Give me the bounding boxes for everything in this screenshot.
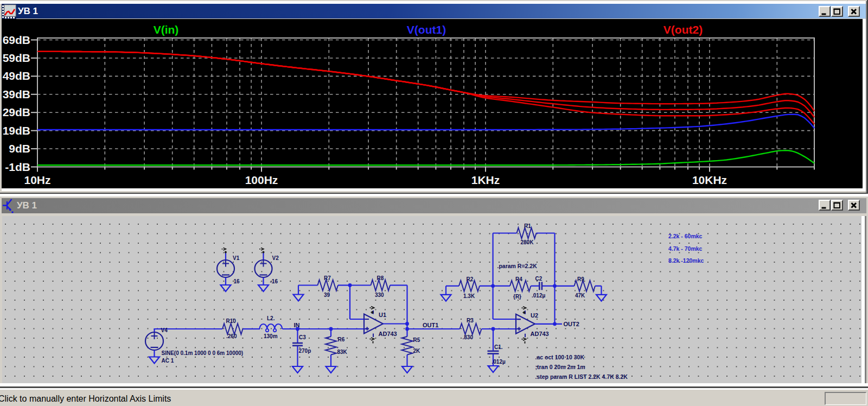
svg-text:270p: 270p <box>299 347 311 353</box>
svg-text:8.2k -120mkc: 8.2k -120mkc <box>668 257 704 264</box>
svg-text:R4: R4 <box>515 276 522 282</box>
svg-text:9dB: 9dB <box>9 142 30 155</box>
svg-text:OUT2: OUT2 <box>564 321 579 327</box>
svg-text:10Hz: 10Hz <box>24 174 50 186</box>
svg-text:.ac oct 100 10 30K: .ac oct 100 10 30K <box>535 354 585 360</box>
svg-text:47K: 47K <box>575 293 585 299</box>
svg-text:V(out2): V(out2) <box>663 23 703 36</box>
svg-text:83K: 83K <box>337 348 348 354</box>
svg-text:R10: R10 <box>226 318 237 323</box>
svg-text:.012µ: .012µ <box>532 293 545 299</box>
svg-text:V2: V2 <box>272 255 279 261</box>
svg-text:19dB: 19dB <box>3 124 30 137</box>
svg-text:1.3K: 1.3K <box>463 293 475 299</box>
svg-text:10KHz: 10KHz <box>692 174 727 186</box>
svg-text:16: 16 <box>234 278 240 284</box>
svg-text:69dB: 69dB <box>3 34 30 46</box>
svg-text:29dB: 29dB <box>3 106 30 118</box>
svg-text:R2: R2 <box>467 276 474 282</box>
svg-text:130m: 130m <box>264 333 278 339</box>
svg-text:-1dB: -1dB <box>5 161 30 173</box>
svg-text:L2.: L2. <box>267 315 275 321</box>
svg-text:100Hz: 100Hz <box>245 174 278 186</box>
svg-text:R5: R5 <box>413 337 420 342</box>
svg-text:4.7k - 70mkc: 4.7k - 70mkc <box>668 245 703 251</box>
svg-text:.param R=2.2K: .param R=2.2K <box>497 263 538 269</box>
svg-text:C3: C3 <box>299 334 306 340</box>
svg-text:R8: R8 <box>377 275 384 281</box>
svg-text:R6: R6 <box>338 337 345 342</box>
svg-text:59dB: 59dB <box>3 52 30 64</box>
svg-text:330: 330 <box>375 291 384 297</box>
svg-text:;tran 0 20m 2m 1m: ;tran 0 20m 2m 1m <box>535 364 585 370</box>
svg-text:39dB: 39dB <box>3 88 30 100</box>
svg-text:49dB: 49dB <box>3 69 30 82</box>
svg-text:{R}: {R} <box>513 294 521 300</box>
svg-text:SINE(0 0.1m 1000 0 0 6m 10000): SINE(0 0.1m 1000 0 0 6m 10000) <box>162 350 244 356</box>
svg-text:AD743: AD743 <box>531 331 549 337</box>
svg-text:.260: .260 <box>226 333 237 339</box>
svg-text:U2: U2 <box>531 312 538 318</box>
svg-text:39: 39 <box>324 292 330 298</box>
svg-text:R1: R1 <box>524 223 531 229</box>
svg-text:IN: IN <box>294 322 300 328</box>
svg-text:.step param R LIST 2.2K 4.7K 8: .step param R LIST 2.2K 4.7K 8.2K <box>535 373 628 380</box>
svg-text:R7: R7 <box>324 275 331 281</box>
svg-text:V1: V1 <box>233 255 240 261</box>
svg-text:V4: V4 <box>161 327 168 333</box>
svg-text:AD743: AD743 <box>379 330 397 337</box>
svg-text:C2: C2 <box>535 275 542 281</box>
svg-text:2.2k - 60mkc: 2.2k - 60mkc <box>668 233 703 239</box>
svg-text:280K: 280K <box>521 239 534 245</box>
svg-text:.830: .830 <box>463 334 474 340</box>
svg-text:AC 1: AC 1 <box>162 358 174 364</box>
svg-text:C1.: C1. <box>494 344 503 350</box>
svg-text:-16: -16 <box>270 278 278 284</box>
svg-text:U1: U1 <box>379 312 386 318</box>
svg-text:R9: R9 <box>577 276 584 282</box>
svg-text:2K: 2K <box>413 348 421 354</box>
svg-text:OUT1: OUT1 <box>423 322 438 328</box>
svg-text:.012µ: .012µ <box>492 359 506 365</box>
svg-text:R3: R3 <box>467 318 474 323</box>
svg-text:1KHz: 1KHz <box>471 174 500 186</box>
svg-text:V(in): V(in) <box>154 23 179 36</box>
svg-text:V(out1): V(out1) <box>407 23 446 36</box>
